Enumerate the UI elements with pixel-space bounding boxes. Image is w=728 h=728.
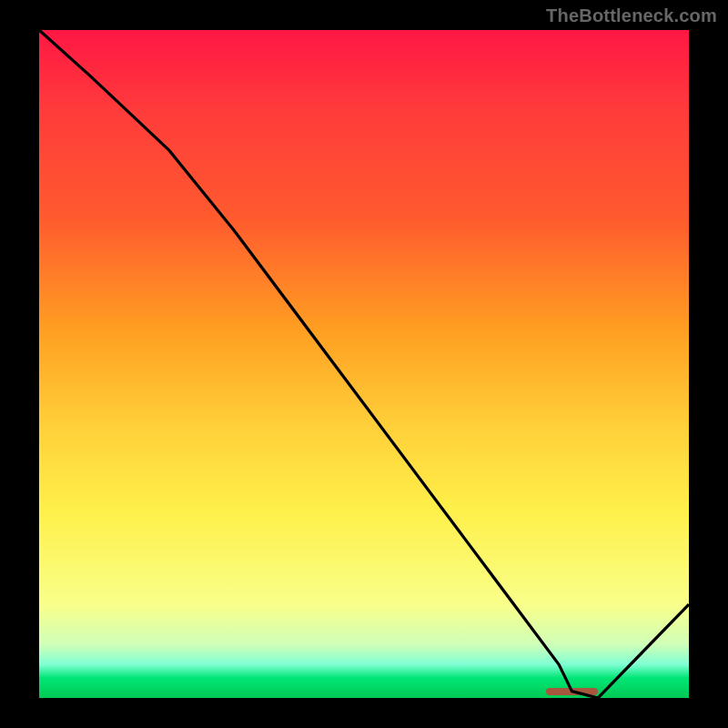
line-chart <box>39 30 689 698</box>
plot-area <box>36 27 692 701</box>
data-curve <box>39 30 689 698</box>
watermark-text: TheBottleneck.com <box>546 5 717 26</box>
chart-container: TheBottleneck.com <box>0 0 728 728</box>
